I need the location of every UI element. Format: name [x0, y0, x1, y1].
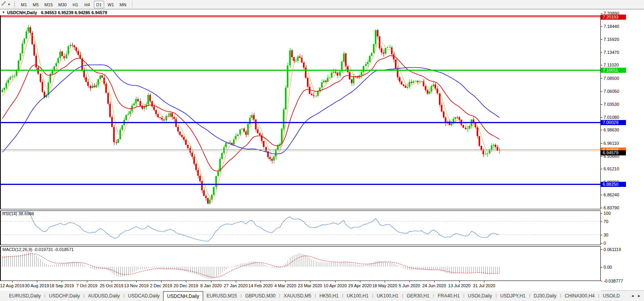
date-label: 31 Jul 2020 [473, 283, 495, 288]
tab-eurusd-m15[interactable]: EURUSD,M15 [203, 291, 240, 301]
rsi-scale-label: 0 [604, 241, 606, 246]
collapse-chart-icon[interactable]: ▼ [2, 11, 5, 14]
date-label: 20 Dec 2019 [174, 283, 198, 288]
level-price-label: 6.88250 [601, 182, 626, 187]
date-label: 18 Sep 2019 [50, 283, 74, 288]
macd-scale-label: 0.00 [604, 265, 612, 270]
timeframe-h1[interactable]: H1 [70, 1, 81, 8]
tab-usoil-daily[interactable]: USOil,Daily [464, 291, 495, 301]
tab-xauusd-m5[interactable]: XAUUSD,M5 [280, 291, 315, 301]
tab-hk50-h1[interactable]: HK50,H1 [316, 291, 342, 301]
date-axis[interactable]: 12 Aug 201930 Aug 201918 Sep 20197 Oct 2… [0, 281, 601, 291]
timeframe-m30[interactable]: M30 [56, 1, 68, 8]
axis-tick [601, 104, 602, 105]
timeframe-m1[interactable]: M1 [19, 1, 29, 8]
price-axis[interactable]: 7.208907.184407.159207.134707.110207.085… [601, 9, 644, 281]
tab-audusd-daily[interactable]: AUDUSD,Daily [84, 291, 123, 301]
date-tick [335, 281, 336, 283]
axis-tick [601, 267, 602, 268]
date-tick [459, 281, 460, 283]
tab-usdchf-daily[interactable]: USDCHF,Daily [46, 291, 84, 301]
tab-scroll-right-icon[interactable]: ► [637, 294, 641, 298]
price-tick-label: 7.08500 [604, 76, 619, 81]
price-tick-label: 6.91210 [604, 166, 619, 171]
date-tick [211, 281, 211, 283]
axis-tick [601, 130, 602, 130]
date-label: 10 Apr 2020 [323, 283, 347, 288]
timeframe-m15[interactable]: M15 [42, 1, 55, 8]
chevron-down-icon: ▼ [7, 3, 11, 6]
tab-usdjpy-h1[interactable]: USDJPY,H1 [497, 291, 529, 301]
tab-usdcad-daily[interactable]: USDCAD,Daily [125, 291, 163, 301]
date-label: 24 Jun 2020 [422, 283, 446, 288]
timeframe-buttons: M1M5M15M30H1H4D1W1MN [18, 1, 129, 8]
date-tick [409, 281, 410, 283]
date-tick [62, 281, 62, 283]
price-tick-label: 7.13470 [604, 50, 619, 55]
axis-tick [601, 78, 602, 79]
axis-tick [601, 52, 602, 53]
tab-china300-h4[interactable]: CHINA300,H4 [561, 291, 598, 301]
axis-tick [601, 156, 602, 157]
axis-tick [601, 169, 602, 169]
date-label: 18 May 2020 [372, 283, 397, 288]
tab-uk100-h1[interactable]: UK100,H1 [373, 291, 402, 301]
date-label: 4 Mar 2020 [274, 283, 296, 288]
rsi-canvas[interactable] [1, 211, 600, 245]
rsi-panel: RSI(14) 38.6988 [0, 211, 601, 245]
date-tick [12, 281, 13, 283]
pointer-tool-button[interactable]: ▼ [0, 1, 12, 8]
timeframe-m5[interactable]: M5 [31, 1, 41, 8]
date-tick [112, 281, 112, 283]
axis-tick [601, 249, 602, 250]
date-label: 29 Apr 2020 [348, 283, 371, 288]
tab-uk100-h1[interactable]: UK100,H1 [343, 291, 372, 301]
timeframe-w1[interactable]: W1 [106, 1, 116, 8]
date-label: 12 Aug 2019 [0, 283, 24, 288]
tab-usoil-d[interactable]: USOil,D [599, 291, 623, 301]
axis-tick [601, 26, 602, 27]
tab-usdcnh-daily[interactable]: USDCNH,Daily [163, 291, 203, 301]
tab-dj30-daily[interactable]: DJ30,Daily [530, 291, 560, 301]
chart-symbol-title: USDCNH,Daily [7, 10, 37, 15]
rsi-scale-label: 30 [604, 233, 608, 237]
price-tick-label: 6.86240 [604, 192, 619, 197]
date-tick [285, 281, 286, 283]
date-label: 7 Oct 2019 [76, 283, 97, 288]
axis-tick [601, 208, 602, 208]
main-chart-canvas[interactable] [1, 16, 600, 209]
price-tick-label: 6.83790 [604, 205, 619, 210]
level-price-label: 7.10011 [601, 68, 626, 73]
date-tick [186, 281, 186, 283]
axis-tick [601, 39, 602, 40]
price-tick-label: 6.98630 [604, 127, 619, 132]
level-price-label: 7.20193 [601, 15, 626, 20]
tab-eurusd-daily[interactable]: EURUSD,Daily [6, 291, 44, 301]
axis-tick [601, 235, 602, 235]
date-tick [360, 281, 360, 283]
date-tick [385, 281, 385, 283]
date-tick [87, 281, 87, 283]
timeframe-h4[interactable]: H4 [82, 1, 92, 8]
axis-tick [601, 222, 602, 222]
date-label: 13 Jul 2020 [448, 283, 471, 288]
main-chart-panel [0, 15, 601, 209]
timeframe-mn[interactable]: MN [117, 1, 128, 8]
timeframe-d1[interactable]: D1 [94, 1, 104, 8]
date-tick [136, 281, 137, 283]
macd-canvas[interactable] [1, 247, 600, 281]
price-tick-label: 7.18440 [604, 24, 619, 29]
tab-ger30-h1[interactable]: GER30,H1 [403, 291, 433, 301]
date-label: 2 Dec 2019 [150, 283, 172, 288]
date-label: 27 Jan 2020 [224, 283, 248, 288]
tab-fra40-h1[interactable]: FRA40,H1 [434, 291, 463, 301]
tab-scroll-left-icon[interactable]: ◄ [631, 294, 634, 298]
date-tick [484, 281, 484, 283]
date-label: 23 Mar 2020 [298, 283, 322, 288]
level-price-label: 7.00029 [601, 120, 626, 125]
price-tick-label: 7.11020 [604, 63, 619, 67]
tab-gbpusd-m30[interactable]: GBPUSD,M30 [242, 291, 279, 301]
toolbar-grip[interactable] [14, 1, 16, 7]
rsi-scale-label: 70 [604, 219, 608, 224]
date-tick [37, 281, 37, 283]
